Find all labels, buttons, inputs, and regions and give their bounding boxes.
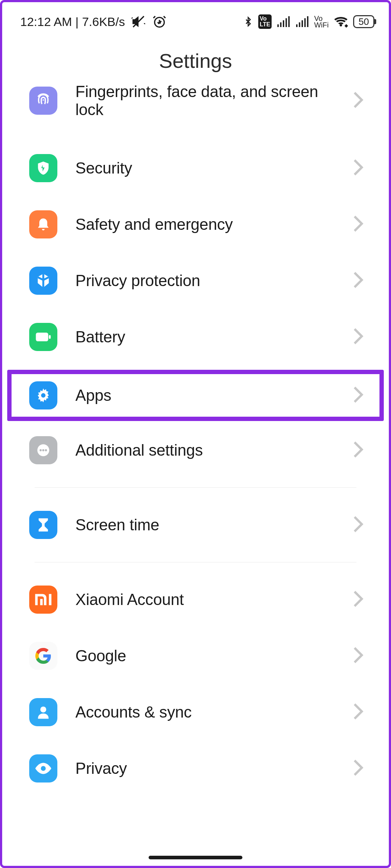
clock-text: 12:12 AM | 7.6KB/s (20, 15, 125, 29)
svg-rect-3 (36, 333, 48, 341)
chevron-right-icon (353, 759, 364, 778)
chevron-right-icon (353, 440, 364, 460)
eye-icon (29, 754, 57, 782)
status-bar: 12:12 AM | 7.6KB/s VoLTE (2, 2, 389, 35)
chevron-right-icon (353, 590, 364, 609)
bell-icon (29, 210, 57, 238)
settings-item-xiaomi-account[interactable]: Xiaomi Account (9, 576, 382, 623)
item-label: Battery (75, 328, 335, 346)
settings-item-battery[interactable]: Battery (9, 314, 382, 360)
google-logo-icon (29, 642, 57, 670)
alarm-icon (152, 14, 167, 29)
item-label: Accounts & sync (75, 703, 335, 721)
dots-icon (29, 436, 57, 464)
svg-point-5 (41, 393, 45, 398)
item-label: Google (75, 647, 335, 665)
chevron-right-icon (353, 91, 364, 110)
shield-icon (29, 154, 57, 182)
signal-icon-1 (277, 16, 290, 28)
wifi-icon (334, 16, 348, 28)
chevron-right-icon (353, 215, 364, 234)
settings-list[interactable]: Fingerprints, face data, and screen lock… (2, 83, 389, 792)
fingerprint-icon (29, 87, 57, 115)
person-icon (29, 698, 57, 726)
svg-point-11 (41, 766, 45, 771)
hourglass-icon (29, 511, 57, 539)
section-divider (35, 487, 356, 488)
item-label: Additional settings (75, 441, 335, 459)
settings-item-apps[interactable]: Apps (7, 370, 384, 421)
item-label: Security (75, 159, 335, 177)
item-label: Screen time (75, 516, 335, 534)
item-label: Fingerprints, face data, and screen lock (75, 83, 335, 119)
svg-point-2 (43, 99, 44, 101)
svg-point-10 (40, 706, 47, 713)
gear-icon (29, 381, 57, 409)
vowifi-label: VoWiFi (314, 15, 329, 28)
page-title: Settings (2, 49, 389, 73)
item-label: Apps (75, 386, 335, 404)
item-label: Safety and emergency (75, 215, 335, 233)
settings-item-google[interactable]: Google (9, 632, 382, 679)
settings-item-screen-time[interactable]: Screen time (9, 501, 382, 548)
page-header: Settings (2, 35, 389, 91)
chevron-right-icon (353, 271, 364, 290)
status-left: 12:12 AM | 7.6KB/s (20, 14, 167, 29)
chevron-right-icon (353, 386, 364, 405)
battery-icon (29, 323, 57, 351)
item-label: Privacy (75, 759, 335, 777)
chevron-right-icon (353, 646, 364, 666)
chevron-right-icon (353, 702, 364, 722)
volte-badge: VoLTE (258, 14, 272, 29)
settings-item-privacy-protection[interactable]: Privacy protection (9, 257, 382, 304)
settings-item-safety[interactable]: Safety and emergency (9, 201, 382, 248)
bluetooth-icon (243, 14, 253, 29)
settings-item-additional[interactable]: Additional settings (9, 427, 382, 474)
status-right: VoLTE VoWiFi 50 (243, 14, 374, 29)
svg-rect-4 (49, 335, 50, 339)
settings-item-accounts-sync[interactable]: Accounts & sync (9, 689, 382, 736)
battery-indicator: 50 (353, 15, 374, 28)
settings-item-security[interactable]: Security (9, 145, 382, 192)
settings-item-privacy[interactable]: Privacy (9, 745, 382, 792)
home-indicator[interactable] (149, 856, 242, 859)
mute-icon (131, 14, 146, 29)
svg-point-8 (42, 449, 44, 451)
section-divider (35, 562, 356, 562)
chevron-right-icon (353, 515, 364, 535)
mi-logo-icon (29, 586, 57, 614)
svg-point-7 (40, 449, 42, 451)
svg-point-9 (45, 449, 47, 451)
privacy-hex-icon (29, 267, 57, 295)
chevron-right-icon (353, 327, 364, 347)
settings-item-lock[interactable]: Fingerprints, face data, and screen lock (9, 83, 382, 128)
chevron-right-icon (353, 158, 364, 178)
item-label: Xiaomi Account (75, 591, 335, 609)
signal-icon-2 (295, 16, 309, 28)
item-label: Privacy protection (75, 272, 335, 290)
